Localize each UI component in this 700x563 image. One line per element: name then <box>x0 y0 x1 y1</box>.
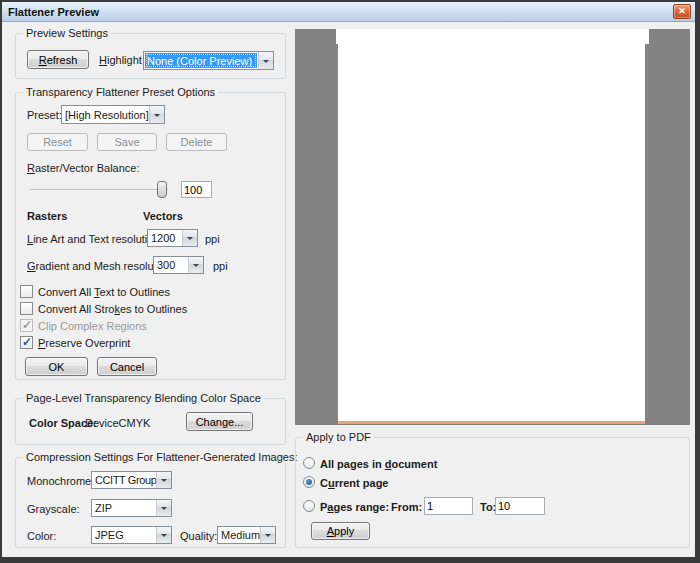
raster-vector-balance-slider-track[interactable] <box>30 189 168 191</box>
rasters-label: Rasters <box>27 210 67 222</box>
grayscale-label: Grayscale: <box>27 503 80 515</box>
color-label: Color: <box>27 530 56 542</box>
chevron-down-icon[interactable] <box>182 230 197 246</box>
change-button[interactable]: Change... <box>186 412 253 431</box>
lineart-ppi-label: ppi <box>205 233 220 245</box>
highlight-selected-value: None (Color Preview) <box>145 53 257 68</box>
lineart-resolution-label: Line Art and Text resolution: <box>27 233 163 245</box>
clip-complex-regions-label: Clip Complex Regions <box>38 320 147 332</box>
raster-vector-balance-label: Raster/Vector Balance: <box>27 162 140 174</box>
window-title: Flattener Preview <box>8 6 99 18</box>
highlight-label: Highlight <box>99 54 142 66</box>
chevron-down-icon[interactable] <box>260 527 275 543</box>
monochrome-label: Monochrome: <box>27 475 94 487</box>
lineart-resolution-value: 1200 <box>148 230 182 246</box>
raster-vector-balance-input[interactable] <box>181 181 212 198</box>
gradient-resolution-select[interactable]: 300 <box>153 256 204 274</box>
compression-group-title: Compression Settings For Flattener-Gener… <box>23 451 300 463</box>
pages-range-label: Pages range: <box>320 501 389 513</box>
close-button[interactable]: ✕ <box>673 4 691 19</box>
from-label: From: <box>391 501 422 513</box>
to-input[interactable] <box>495 497 545 515</box>
color-value: JPEG <box>92 527 156 543</box>
monochrome-value: CCITT Group 4 <box>92 472 156 488</box>
convert-strokes-label: Convert All Strokes to Outlines <box>38 303 187 315</box>
grayscale-value: ZIP <box>92 500 156 516</box>
gradient-ppi-label: ppi <box>213 260 228 272</box>
highlight-select[interactable]: None (Color Preview) <box>143 51 274 70</box>
refresh-button[interactable]: Refresh <box>27 50 89 69</box>
delete-button: Delete <box>166 133 227 151</box>
raster-vector-balance-slider-thumb[interactable] <box>157 181 167 198</box>
ok-button[interactable]: OK <box>25 357 88 376</box>
lineart-resolution-select[interactable]: 1200 <box>147 229 198 247</box>
flattener-preview-dialog: Flattener Preview ✕ Preview Settings Ref… <box>0 0 700 563</box>
grayscale-select[interactable]: ZIP <box>91 499 172 517</box>
title-bar: Flattener Preview ✕ <box>2 2 695 22</box>
clip-complex-regions-checkbox <box>20 319 33 332</box>
convert-strokes-checkbox[interactable] <box>20 302 33 315</box>
preset-options-group-title: Transparency Flattener Preset Options <box>23 86 218 98</box>
preset-label: Preset: <box>27 109 62 121</box>
preview-settings-group-title: Preview Settings <box>23 27 111 39</box>
current-page-label: Current page <box>320 477 388 489</box>
preset-select[interactable]: [High Resolution] <box>61 105 165 124</box>
pages-range-radio[interactable] <box>303 500 315 512</box>
convert-text-checkbox[interactable] <box>20 285 33 298</box>
reset-button: Reset <box>27 133 88 151</box>
chevron-down-icon[interactable] <box>156 527 171 543</box>
pdf-page-preview <box>338 29 645 424</box>
current-page-radio[interactable] <box>303 476 315 488</box>
cancel-button[interactable]: Cancel <box>97 357 157 376</box>
close-icon: ✕ <box>678 6 686 16</box>
color-space-value: DeviceCMYK <box>85 417 150 429</box>
apply-to-pdf-group-title: Apply to PDF <box>303 431 374 443</box>
save-button: Save <box>97 133 157 151</box>
all-pages-label: All pages in document <box>320 458 437 470</box>
chevron-down-icon[interactable] <box>156 500 171 516</box>
quality-select[interactable]: Medium <box>217 526 276 544</box>
chevron-down-icon[interactable] <box>188 257 203 273</box>
preserve-overprint-label: Preserve Overprint <box>38 337 130 349</box>
all-pages-radio[interactable] <box>303 457 315 469</box>
quality-label: Quality: <box>180 530 217 542</box>
preserve-overprint-checkbox[interactable] <box>20 336 33 349</box>
apply-button[interactable]: Apply <box>311 522 370 540</box>
to-label: To: <box>480 501 496 513</box>
vectors-label: Vectors <box>143 210 183 222</box>
gradient-resolution-value: 300 <box>154 257 188 273</box>
quality-value: Medium <box>218 527 260 543</box>
chevron-down-icon[interactable] <box>258 52 273 69</box>
chevron-down-icon[interactable] <box>156 472 171 488</box>
preset-selected-value: [High Resolution] <box>62 106 149 123</box>
color-space-group-title: Page-Level Transparency Blending Color S… <box>23 392 264 404</box>
chevron-down-icon[interactable] <box>149 106 164 123</box>
pdf-preview-pane <box>295 29 690 425</box>
color-select[interactable]: JPEG <box>91 526 172 544</box>
monochrome-select[interactable]: CCITT Group 4 <box>91 471 172 489</box>
convert-text-label: Convert All Text to Outlines <box>38 286 170 298</box>
from-input[interactable] <box>424 497 473 515</box>
